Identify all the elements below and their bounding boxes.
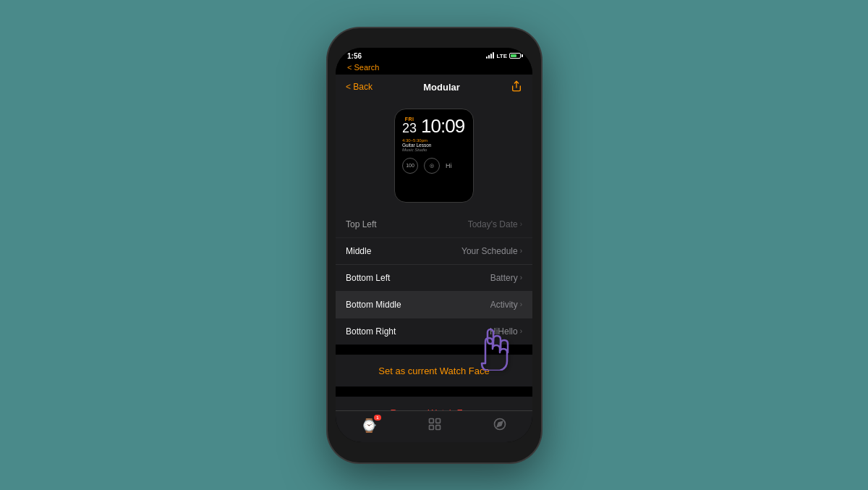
back-button[interactable]: < Back xyxy=(346,82,373,92)
spacer xyxy=(336,346,532,355)
search-label[interactable]: < Search xyxy=(347,63,379,72)
tab-bar: ⌚ 1 xyxy=(336,410,532,442)
complication-battery: 100 xyxy=(402,158,418,174)
complication-hi: Hi xyxy=(446,162,452,169)
watch-face: FRI 23 10:09 4:30–5:30pm Guitar Lesson M… xyxy=(394,109,474,203)
watch-date-time: FRI 23 10:09 xyxy=(402,117,466,135)
settings-row-top-left-label: Top Left xyxy=(346,219,377,229)
watch-day-num: 23 xyxy=(402,122,417,135)
search-bar: < Search xyxy=(336,62,532,75)
status-time: 1:56 xyxy=(347,52,362,60)
settings-row-bottom-middle-label: Bottom Middle xyxy=(346,300,401,310)
watch-time: 10:09 xyxy=(421,117,464,135)
settings-row-top-left[interactable]: Top Left Today's Date › xyxy=(336,211,532,238)
settings-row-bottom-left-label: Bottom Left xyxy=(346,273,390,283)
phone-frame: 1:56 LTE < Search xyxy=(328,28,541,462)
settings-list: Top Left Today's Date › Middle Your Sche… xyxy=(336,211,532,410)
svg-rect-4 xyxy=(436,425,441,429)
settings-row-middle-value: Your Schedule › xyxy=(461,246,522,256)
middle-value-text: Your Schedule xyxy=(461,246,518,256)
bottom-left-value-text: Battery xyxy=(490,273,518,283)
settings-row-bottom-right-value: HiHello › xyxy=(490,326,522,337)
settings-row-bottom-right[interactable]: Bottom Right HiHello › xyxy=(336,318,532,345)
tab-face-gallery[interactable] xyxy=(427,417,442,435)
settings-row-bottom-middle-value: Activity › xyxy=(490,300,522,310)
action-section: Set as current Watch Face xyxy=(336,355,532,386)
settings-row-middle[interactable]: Middle Your Schedule › xyxy=(336,238,532,265)
settings-section-complications: Top Left Today's Date › Middle Your Sche… xyxy=(336,211,532,345)
bottom-middle-chevron-icon: › xyxy=(520,300,522,308)
complication-activity: ◎ xyxy=(424,158,440,174)
watch-preview-area: FRI 23 10:09 4:30–5:30pm Guitar Lesson M… xyxy=(336,100,532,211)
status-bar: 1:56 LTE xyxy=(336,48,532,62)
watch-event-title: Guitar Lesson xyxy=(402,143,466,148)
svg-rect-2 xyxy=(436,418,441,423)
settings-row-bottom-middle[interactable]: Bottom Middle Activity › xyxy=(336,292,532,318)
tab-my-watch[interactable]: ⌚ 1 xyxy=(361,418,377,434)
status-right: LTE xyxy=(486,53,521,59)
tab-discover[interactable] xyxy=(493,417,507,435)
settings-row-bottom-left[interactable]: Bottom Left Battery › xyxy=(336,265,532,292)
watch-event: 4:30–5:30pm Guitar Lesson Music Studio xyxy=(402,138,466,152)
spacer-2 xyxy=(336,388,532,397)
bottom-left-chevron-icon: › xyxy=(520,274,522,282)
lte-label: LTE xyxy=(496,53,507,59)
phone-screen: 1:56 LTE < Search xyxy=(336,48,532,442)
svg-rect-1 xyxy=(430,418,434,423)
top-left-chevron-icon: › xyxy=(520,220,522,228)
settings-row-bottom-left-value: Battery › xyxy=(490,273,522,283)
watch-event-location: Music Studio xyxy=(402,148,466,152)
bottom-middle-value-text: Activity xyxy=(490,300,518,310)
svg-marker-6 xyxy=(497,421,502,426)
nav-title: Modular xyxy=(423,82,460,93)
remove-watch-face-button[interactable]: Remove Watch Face xyxy=(336,397,532,410)
middle-chevron-icon: › xyxy=(520,247,522,255)
nav-header: < Back Modular xyxy=(336,75,532,100)
settings-row-bottom-right-label: Bottom Right xyxy=(346,326,396,337)
battery-icon xyxy=(509,53,521,59)
gallery-tab-icon xyxy=(427,417,442,435)
top-left-value-text: Today's Date xyxy=(468,219,518,229)
settings-row-top-left-value: Today's Date › xyxy=(468,219,522,229)
remove-section: Remove Watch Face xyxy=(336,397,532,410)
set-watch-face-button[interactable]: Set as current Watch Face xyxy=(336,355,532,386)
bottom-right-value-text: HiHello xyxy=(490,326,518,337)
svg-rect-3 xyxy=(430,425,434,429)
bottom-right-chevron-icon: › xyxy=(520,327,522,335)
discover-tab-icon xyxy=(493,417,507,435)
back-label: < Back xyxy=(346,82,373,92)
watch-badge: 1 xyxy=(374,415,381,421)
watch-complications: 100 ◎ Hi xyxy=(402,158,466,174)
battery-fill xyxy=(511,54,516,57)
signal-icon xyxy=(486,53,494,59)
set-watch-face-label: Set as current Watch Face xyxy=(378,366,489,376)
watch-tab-icon: ⌚ 1 xyxy=(361,418,377,434)
settings-row-middle-label: Middle xyxy=(346,246,371,256)
watch-date-col: FRI 23 xyxy=(402,117,417,135)
search-bar-inner: < Search xyxy=(347,63,521,72)
share-button[interactable] xyxy=(511,80,522,94)
